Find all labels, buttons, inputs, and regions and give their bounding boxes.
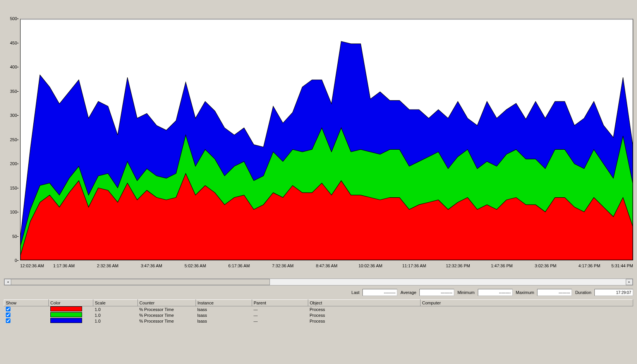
y-tick-label: 400	[2, 65, 17, 69]
y-tick-label: 500	[2, 16, 17, 21]
y-tick-label: 300	[2, 113, 17, 118]
x-tick-label: 8:47:36 AM	[316, 263, 338, 268]
show-checkbox[interactable]	[6, 318, 10, 323]
col-header[interactable]: Computer	[421, 300, 633, 306]
color-swatch	[50, 306, 82, 311]
color-swatch	[50, 312, 82, 317]
instance-cell: lsass	[196, 312, 252, 318]
col-header[interactable]: Parent	[252, 300, 308, 306]
scroll-thumb[interactable]	[11, 279, 270, 285]
counter-list: ShowColorScaleCounterInstanceParentObjec…	[4, 299, 633, 324]
minimum-value: ---------	[478, 289, 513, 296]
last-label: Last	[350, 290, 361, 295]
last-value: ---------	[362, 289, 397, 296]
table-row[interactable]: 1.0% Processor Timelsass---Process	[4, 312, 633, 318]
scale-cell: 1.0	[93, 306, 138, 313]
average-value: ---------	[419, 289, 454, 296]
area-chart-svg	[21, 20, 633, 260]
scale-cell: 1.0	[93, 312, 138, 318]
horizontal-scrollbar[interactable]: ◄ ►	[4, 279, 633, 285]
x-tick-label: 10:02:36 AM	[359, 263, 383, 268]
x-tick-label: 11:17:36 AM	[402, 263, 426, 268]
duration-label: Duration	[573, 290, 593, 295]
maximum-value: ---------	[537, 289, 572, 296]
col-header[interactable]: Color	[49, 300, 93, 306]
table-row[interactable]: 1.0% Processor Timelsass---Process	[4, 306, 633, 313]
table-row[interactable]: 1.0% Processor Timelsass---Process	[4, 318, 633, 324]
scroll-right-button[interactable]: ►	[626, 279, 633, 285]
col-header[interactable]: Counter	[138, 300, 196, 306]
col-header[interactable]: Object	[308, 300, 421, 306]
scale-cell: 1.0	[93, 318, 138, 324]
average-label: Average	[399, 290, 418, 295]
y-tick-label: 0	[2, 258, 17, 263]
y-tick-label: 200	[2, 161, 17, 166]
show-checkbox[interactable]	[6, 307, 10, 311]
stats-bar: Last --------- Average --------- Minimum…	[350, 289, 633, 296]
duration-value: 17:29:07	[594, 289, 633, 296]
object-cell: Process	[308, 306, 421, 313]
x-tick-label: 1:47:36 PM	[491, 263, 513, 268]
y-tick-label: 50	[2, 234, 17, 239]
computer-cell	[421, 318, 633, 324]
y-tick-label: 250	[2, 137, 17, 142]
col-header[interactable]: Instance	[196, 300, 252, 306]
plot-surface	[20, 19, 633, 260]
parent-cell: ---	[252, 318, 308, 324]
computer-cell	[421, 312, 633, 318]
color-swatch	[50, 318, 82, 323]
parent-cell: ---	[252, 312, 308, 318]
counter-cell: % Processor Time	[138, 318, 196, 324]
object-cell: Process	[308, 318, 421, 324]
scroll-left-button[interactable]: ◄	[4, 279, 11, 285]
col-header[interactable]: Show	[4, 300, 49, 306]
y-tick-label: 350	[2, 89, 17, 94]
show-checkbox[interactable]	[6, 313, 10, 317]
col-header[interactable]: Scale	[93, 300, 138, 306]
computer-cell	[421, 306, 633, 313]
counter-cell: % Processor Time	[138, 312, 196, 318]
scroll-track[interactable]	[11, 279, 626, 285]
x-tick-label: 3:02:36 PM	[535, 263, 556, 268]
parent-cell: ---	[252, 306, 308, 313]
x-axis: 12:02:36 AM1:17:36 AM2:32:36 AM3:47:36 A…	[20, 263, 633, 275]
chart-area: 050100150200250300350400450500 12:02:36 …	[4, 4, 633, 273]
x-tick-label: 7:32:36 AM	[272, 263, 294, 268]
x-tick-label: 2:32:36 AM	[97, 263, 118, 268]
instance-cell: lsass	[196, 306, 252, 313]
minimum-label: Minimum	[456, 290, 476, 295]
y-tick-label: 450	[2, 41, 17, 45]
x-tick-label: 12:02:36 AM	[20, 263, 44, 268]
x-tick-label: 1:17:36 AM	[53, 263, 75, 268]
maximum-label: Maximum	[514, 290, 536, 295]
x-tick-label: 5:31:44 PM	[611, 263, 633, 268]
x-tick-label: 5:02:36 AM	[184, 263, 206, 268]
x-tick-label: 6:17:36 AM	[228, 263, 250, 268]
y-axis: 050100150200250300350400450500	[4, 4, 19, 273]
counter-cell: % Processor Time	[138, 306, 196, 313]
instance-cell: lsass	[196, 318, 252, 324]
x-tick-label: 12:32:36 PM	[446, 263, 470, 268]
counter-table[interactable]: ShowColorScaleCounterInstanceParentObjec…	[4, 299, 633, 324]
x-tick-label: 4:17:36 PM	[579, 263, 600, 268]
x-tick-label: 3:47:36 AM	[141, 263, 162, 268]
object-cell: Process	[308, 312, 421, 318]
y-tick-label: 150	[2, 186, 17, 190]
y-tick-label: 100	[2, 210, 17, 214]
